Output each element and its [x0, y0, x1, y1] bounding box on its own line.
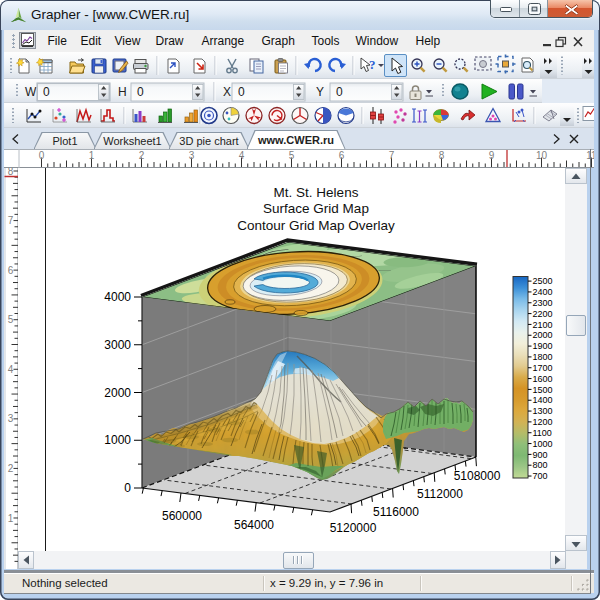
svg-text:1000: 1000 [104, 433, 131, 447]
svg-text:564000: 564000 [234, 518, 274, 532]
svg-text:2300: 2300 [533, 298, 553, 308]
svg-text:8: 8 [438, 150, 444, 161]
svg-text:Contour Grid Map Overlay: Contour Grid Map Overlay [237, 218, 395, 233]
svg-text:5120000: 5120000 [330, 521, 377, 535]
svg-text:3000: 3000 [104, 338, 131, 352]
svg-text:4000: 4000 [104, 290, 131, 304]
svg-text:1300: 1300 [533, 406, 553, 416]
svg-text:9: 9 [488, 150, 494, 161]
svg-text:H: H [118, 85, 127, 99]
svg-text:1200: 1200 [533, 417, 553, 427]
svg-text:2000: 2000 [533, 330, 553, 340]
svg-text:2400: 2400 [533, 287, 553, 297]
svg-text:7: 7 [388, 150, 394, 161]
svg-text:5: 5 [288, 150, 294, 161]
svg-text:7: 7 [7, 215, 13, 226]
svg-text:5116000: 5116000 [373, 505, 419, 519]
svg-text:1600: 1600 [533, 374, 553, 384]
svg-text:1100: 1100 [533, 428, 552, 438]
svg-text:1400: 1400 [533, 395, 553, 405]
svg-text:1800: 1800 [533, 352, 553, 362]
svg-text:0: 0 [124, 481, 131, 495]
svg-text:8: 8 [7, 168, 13, 177]
svg-text:2: 2 [138, 150, 144, 161]
svg-text:1700: 1700 [533, 363, 553, 373]
svg-text:2000: 2000 [104, 386, 131, 400]
svg-text:Y: Y [316, 85, 324, 99]
svg-text:6: 6 [7, 265, 13, 276]
svg-text:1500: 1500 [533, 385, 553, 395]
svg-text:900: 900 [533, 450, 548, 460]
svg-text:2500: 2500 [533, 276, 553, 286]
svg-text:3: 3 [7, 413, 13, 424]
svg-text:2200: 2200 [533, 309, 553, 319]
svg-text:5: 5 [7, 314, 13, 325]
svg-text:0: 0 [238, 85, 245, 99]
svg-text:Surface Grid Map: Surface Grid Map [263, 201, 369, 216]
svg-text:Mt. St. Helens: Mt. St. Helens [274, 185, 359, 200]
svg-text:0: 0 [137, 85, 144, 99]
svg-text:700: 700 [533, 471, 548, 481]
svg-text:6: 6 [338, 150, 344, 161]
svg-text:5112000: 5112000 [417, 487, 463, 501]
svg-text:0: 0 [336, 85, 343, 99]
svg-text:4: 4 [7, 364, 13, 375]
svg-text:4: 4 [238, 150, 244, 161]
svg-text:10: 10 [535, 150, 547, 161]
svg-text:2: 2 [7, 463, 13, 474]
svg-text:560000: 560000 [162, 509, 202, 523]
svg-text:1: 1 [7, 513, 13, 524]
svg-text:800: 800 [533, 460, 548, 470]
svg-text:0: 0 [43, 85, 50, 99]
svg-text:0: 0 [38, 150, 44, 161]
svg-text:1: 1 [88, 150, 94, 161]
svg-text:X: X [223, 85, 231, 99]
svg-text:1900: 1900 [533, 341, 553, 351]
svg-text:3: 3 [188, 150, 194, 161]
svg-text:5108000: 5108000 [454, 469, 501, 483]
svg-text:1000: 1000 [533, 439, 553, 449]
svg-text:W: W [25, 85, 37, 99]
svg-text:?: ? [369, 57, 376, 72]
svg-text:2100: 2100 [533, 320, 553, 330]
